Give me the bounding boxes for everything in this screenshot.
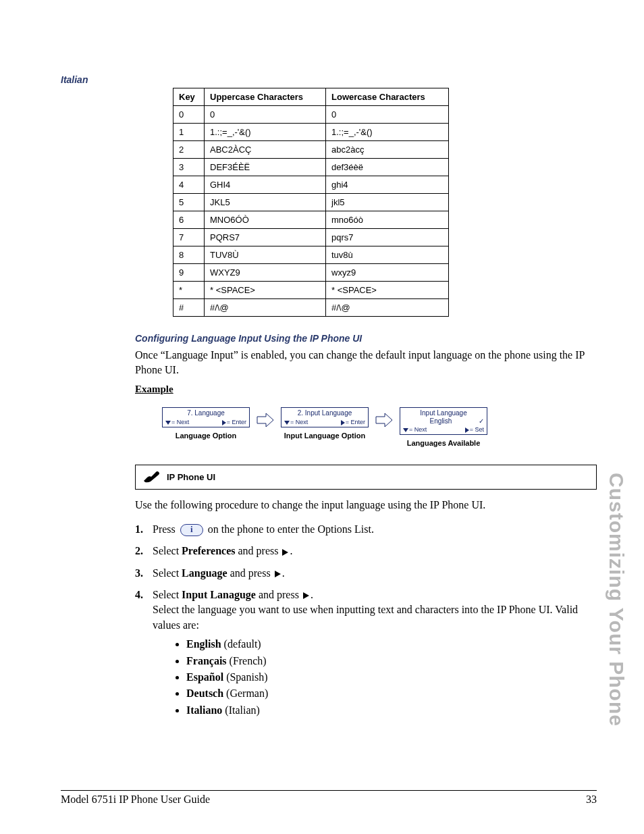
cell: ghi4 [326, 176, 449, 194]
language-list: English (default) Français (French) Espa… [186, 637, 597, 718]
cell: abc2àcç [326, 141, 449, 159]
arrow-icon [375, 413, 393, 427]
cell: jkl5 [326, 194, 449, 211]
bold-text: Preferences [182, 545, 235, 556]
table-row: 000 [173, 106, 449, 124]
screen-value: English [430, 417, 452, 425]
step-2: Select Preferences and press . [135, 544, 597, 558]
text: Select the language you want to use when… [153, 604, 578, 630]
cell: 9 [173, 264, 205, 282]
text: on the phone to enter the Options List. [205, 523, 374, 535]
procedure-intro: Use the following procedure to change th… [135, 498, 597, 513]
text: (Spanish) [223, 671, 267, 683]
screen-languages-available: Input Language English✓ = Next = Set [400, 407, 487, 435]
screen-title: 7. Language [165, 409, 246, 417]
table-row: ##/\@#/\@ [173, 299, 449, 317]
bold-text: Deutsch [186, 687, 223, 699]
softkey-right: = Enter [346, 419, 365, 425]
cell: MNO6ÓÒ [205, 211, 326, 229]
cell: pqrs7 [326, 229, 449, 246]
bold-text: Language [182, 567, 227, 579]
text: Press [153, 523, 178, 535]
cell: 1 [173, 124, 205, 141]
cell: DEF3ÉÈË [205, 159, 326, 176]
cell: 0 [173, 106, 205, 124]
cell: TUV8Ù [205, 246, 326, 264]
screen-input-language: 2. Input Language = Next = Enter [281, 407, 369, 427]
down-icon [403, 428, 408, 432]
cell: GHI4 [205, 176, 326, 194]
text: (Italian) [222, 704, 260, 716]
th-upper: Uppercase Characters [205, 88, 326, 106]
text: and press [227, 567, 273, 579]
example-label: Example [135, 384, 597, 395]
footer-title: Model 6751i IP Phone User Guide [61, 793, 210, 806]
cell: 6 [173, 211, 205, 229]
down-icon [284, 421, 290, 425]
procedure-steps: Press on the phone to enter the Options … [135, 522, 597, 718]
procedure-box: IP Phone UI [135, 465, 597, 490]
step-4: Select Input Lanaguge and press . Select… [135, 588, 597, 718]
softkey-right: = Set [470, 426, 484, 433]
table-row: 11.:;=_,-'&()1.:;=_,-'&() [173, 124, 449, 141]
table-row: 7PQRS7pqrs7 [173, 229, 449, 246]
text: (German) [223, 687, 268, 699]
bold-text: Français [186, 655, 227, 667]
cell: * <SPACE> [205, 282, 326, 299]
section-side-tab: Customizing Your Phone [605, 473, 628, 727]
th-lower: Lowercase Characters [326, 88, 449, 106]
softkey-left: = Next [171, 419, 189, 425]
table-row: 9WXYZ9wxyz9 [173, 264, 449, 282]
table-header-row: Key Uppercase Characters Lowercase Chara… [173, 88, 449, 106]
right-icon [222, 420, 226, 425]
table-row: 8TUV8Ùtuv8ù [173, 246, 449, 264]
cell: tuv8ù [326, 246, 449, 264]
bold-text: English [186, 638, 221, 650]
softkey-right: = Enter [227, 419, 246, 425]
screen-title: 2. Input Language [284, 409, 365, 417]
text: (default) [221, 638, 261, 650]
hand-writing-icon [142, 469, 160, 485]
screen-caption: Input Language Option [284, 432, 365, 440]
list-item: Deutsch (German) [186, 686, 597, 701]
cell: 7 [173, 229, 205, 246]
table-row: ** <SPACE>* <SPACE> [173, 282, 449, 299]
cell: WXYZ9 [205, 264, 326, 282]
table-row: 4GHI4ghi4 [173, 176, 449, 194]
list-item: Español (Spanish) [186, 670, 597, 685]
play-icon [275, 571, 281, 577]
arrow-icon [257, 413, 274, 427]
cell: # [173, 299, 205, 317]
text: and press [235, 545, 281, 556]
cell: #/\@ [326, 299, 449, 317]
cell: wxyz9 [326, 264, 449, 282]
table-row: 3DEF3ÉÈËdef3éèë [173, 159, 449, 176]
step-1: Press on the phone to enter the Options … [135, 522, 597, 537]
table-row: 6MNO6ÓÒmno6óò [173, 211, 449, 229]
character-table: Key Uppercase Characters Lowercase Chara… [173, 88, 449, 317]
text: Select [153, 567, 182, 579]
list-item: Français (French) [186, 654, 597, 669]
config-intro: Once “Language Input” is enabled, you ca… [135, 348, 597, 377]
page-footer: Model 6751i IP Phone User Guide 33 [61, 790, 597, 806]
procedure-label: IP Phone UI [167, 472, 215, 482]
text: Select [153, 589, 182, 600]
play-icon [282, 549, 288, 556]
right-icon [465, 427, 469, 433]
step-3: Select Language and press . [135, 566, 597, 581]
cell: mno6óò [326, 211, 449, 229]
text: (French) [227, 655, 267, 667]
cell: * <SPACE> [326, 282, 449, 299]
list-item: Italiano (Italian) [186, 703, 597, 718]
cell: JKL5 [205, 194, 326, 211]
cell: * [173, 282, 205, 299]
screen-caption: Languages Available [407, 439, 481, 447]
cell: 1.:;=_,-'&() [205, 124, 326, 141]
cell: 1.:;=_,-'&() [326, 124, 449, 141]
page-number: 33 [586, 793, 597, 806]
cell: def3éèë [326, 159, 449, 176]
config-heading: Configuring Language Input Using the IP … [135, 333, 597, 344]
softkey-left: = Next [409, 426, 427, 433]
example-screens: 7. Language = Next = Enter Language Opti… [162, 407, 597, 447]
info-button-icon [180, 524, 203, 536]
